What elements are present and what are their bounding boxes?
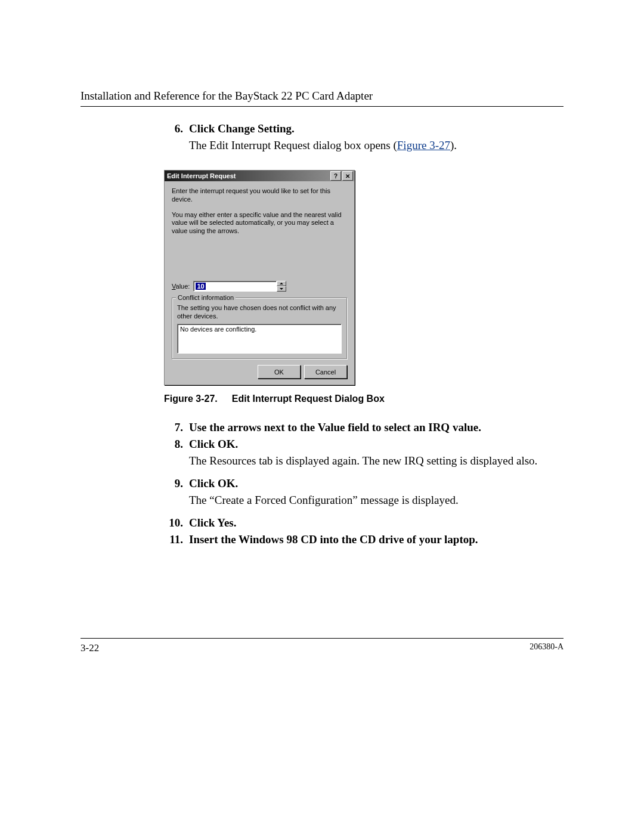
step-7: 7. Use the arrows next to the Value fiel…	[164, 421, 564, 434]
step-label: Use the arrows next to the Value field t…	[189, 421, 481, 434]
groupbox-title: Conflict information	[176, 294, 236, 301]
text: The Edit Interrupt Request dialog box op…	[189, 139, 397, 151]
running-header: Installation and Reference for the BaySt…	[80, 89, 564, 103]
ok-button[interactable]: OK	[258, 365, 301, 379]
value-spinner[interactable]	[277, 281, 286, 292]
step-label: Click OK.	[189, 438, 238, 451]
text: ).	[450, 139, 457, 151]
figure-caption-label: Figure 3-27.	[164, 394, 218, 404]
step-6-para: The Edit Interrupt Request dialog box op…	[189, 139, 564, 152]
figure-link[interactable]: Figure 3-27	[397, 139, 450, 151]
step-9: 9. Click OK.	[164, 477, 564, 490]
step-number: 8.	[164, 438, 189, 451]
value-label: Value:	[172, 283, 190, 290]
step-10: 10. Click Yes.	[164, 516, 564, 529]
step-6: 6. Click Change Setting.	[164, 122, 564, 135]
conflict-message: The setting you have chosen does not con…	[177, 304, 342, 321]
step-label: Click OK.	[189, 477, 238, 490]
step-label: Insert the Windows 98 CD into the CD dri…	[189, 533, 478, 546]
dialog-instruction-1: Enter the interrupt request you would li…	[172, 187, 347, 204]
step-number: 6.	[164, 122, 189, 135]
step-8-para: The Resources tab is displayed again. Th…	[189, 454, 564, 467]
value-input[interactable]: 10	[193, 281, 277, 292]
step-8: 8. Click OK.	[164, 438, 564, 451]
header-rule	[80, 106, 564, 107]
cancel-button[interactable]: Cancel	[304, 365, 347, 379]
help-icon[interactable]: ?	[330, 171, 341, 181]
step-number: 11.	[164, 533, 189, 546]
figure-caption: Figure 3-27.Edit Interrupt Request Dialo…	[164, 394, 564, 404]
footer-rule	[80, 638, 564, 639]
step-number: 7.	[164, 421, 189, 434]
dialog-titlebar: Edit Interrupt Request ? ✕	[165, 171, 354, 181]
doc-number: 206380-A	[530, 642, 564, 654]
step-label: Click Change Setting.	[189, 122, 295, 135]
step-number: 10.	[164, 516, 189, 529]
close-icon[interactable]: ✕	[342, 171, 353, 181]
step-9-para: The “Create a Forced Configuration” mess…	[189, 494, 564, 507]
spinner-up-icon[interactable]	[277, 281, 286, 286]
dialog-edit-interrupt-request: Edit Interrupt Request ? ✕ Enter the int…	[164, 170, 355, 385]
conflict-list: No devices are conflicting.	[177, 324, 342, 354]
page-number: 3-22	[80, 642, 99, 654]
value-row: Value: 10	[172, 281, 347, 292]
spinner-down-icon[interactable]	[277, 286, 286, 292]
step-label: Click Yes.	[189, 516, 237, 529]
dialog-instruction-2: You may either enter a specific value an…	[172, 211, 347, 236]
step-11: 11. Insert the Windows 98 CD into the CD…	[164, 533, 564, 546]
step-number: 9.	[164, 477, 189, 490]
conflict-groupbox: Conflict information The setting you hav…	[172, 298, 347, 360]
page-footer: 3-22 206380-A	[80, 638, 564, 654]
figure-caption-text: Edit Interrupt Request Dialog Box	[232, 394, 385, 404]
dialog-title: Edit Interrupt Request	[167, 172, 329, 179]
